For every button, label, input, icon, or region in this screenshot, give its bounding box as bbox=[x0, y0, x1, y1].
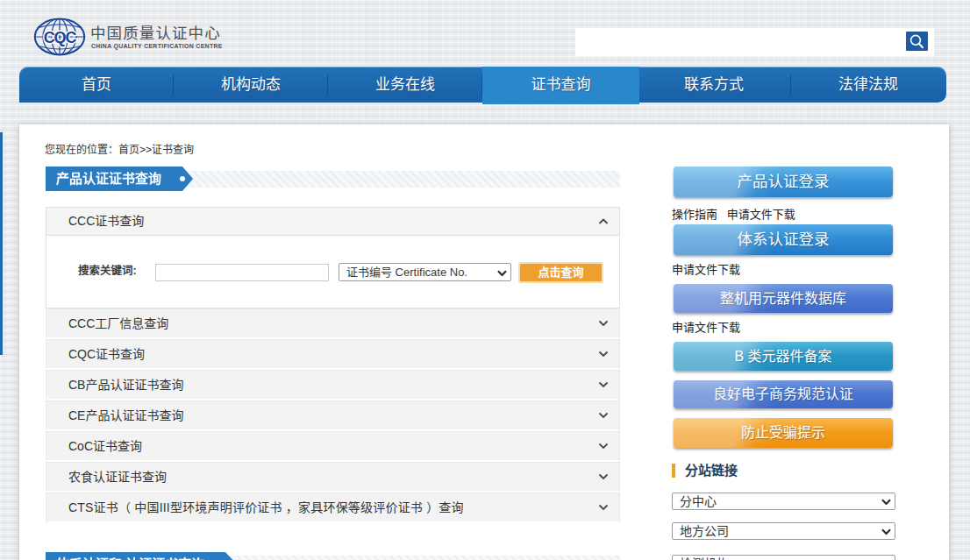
svg-text:CQC: CQC bbox=[44, 29, 77, 46]
